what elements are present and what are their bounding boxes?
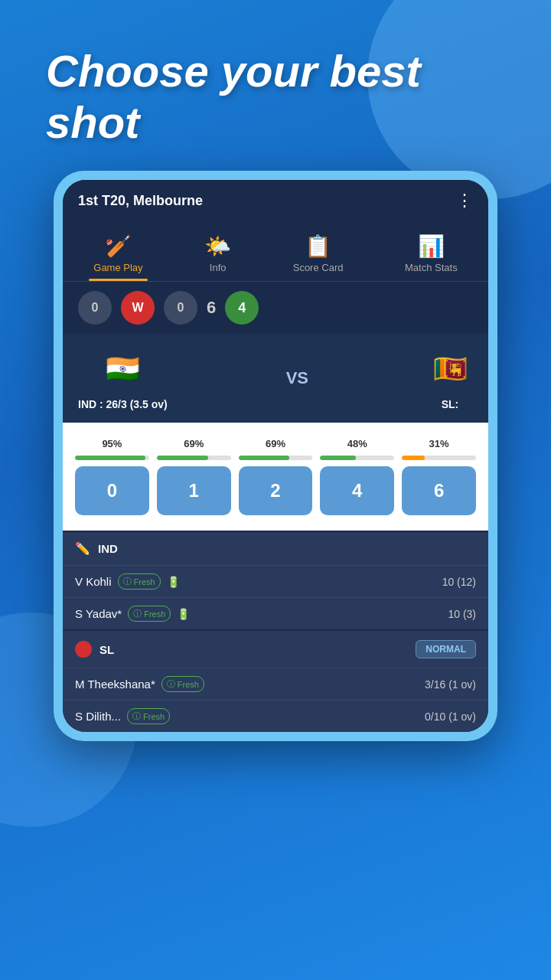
info-circle-icon: ⓘ: [123, 576, 132, 587]
info-label: Info: [210, 262, 227, 273]
sl-header: SL NORMAL: [63, 631, 488, 668]
yadav-name: S Yadav*: [75, 607, 122, 620]
dilith-left: S Dilith... ⓘ Fresh: [75, 708, 170, 724]
player-yadav: S Yadav* ⓘ Fresh 🔋 10 (3): [63, 597, 488, 629]
shot-bar-fill-4: [320, 456, 355, 460]
shot-bar-fill-2: [239, 456, 290, 460]
player-kohli: V Kohli ⓘ Fresh 🔋 10 (12): [63, 565, 488, 597]
shot-pct-6: 31%: [429, 438, 449, 449]
sl-label: SL: [99, 643, 114, 656]
yadav-score: 10 (3): [448, 608, 476, 620]
dilith-score: 0/10 (1 ov): [425, 710, 476, 723]
match-title: 1st T20, Melbourne: [78, 193, 203, 209]
player-theekshana: M Theekshana* ⓘ Fresh 3/16 (1 ov): [63, 668, 488, 700]
ball-w: W: [121, 291, 155, 325]
vs-text: VS: [286, 368, 308, 388]
info-circle-icon-3: ⓘ: [167, 678, 175, 690]
ball-tracker: 0 W 0 6 4: [63, 282, 488, 334]
home-flag: 🇮🇳: [99, 346, 145, 392]
scorecard-label: Score Card: [293, 262, 344, 273]
shot-bar-bg-4: [320, 456, 394, 460]
shot-btn-6[interactable]: 6: [402, 466, 476, 515]
shot-bar-fill-1: [157, 456, 208, 460]
shot-pct-2: 69%: [266, 438, 285, 449]
player-dilith: S Dilith... ⓘ Fresh 0/10 (1 ov): [63, 700, 488, 732]
shot-pct-0: 95%: [102, 438, 122, 449]
shot-section: 95% 0 69% 1 69%: [63, 423, 488, 531]
matchstats-icon: 📊: [418, 234, 445, 259]
shot-bar-bg-2: [239, 456, 313, 460]
team-home: 🇮🇳 IND : 26/3 (3.5 ov): [78, 346, 168, 410]
shot-col-1: 69% 1: [157, 438, 231, 515]
kohli-name: V Kohli: [75, 575, 112, 588]
ball-0-first: 0: [78, 291, 112, 325]
sl-dot: [75, 641, 92, 658]
theekshana-name: M Theekshana*: [75, 678, 155, 691]
shot-bar-fill-6: [402, 456, 425, 460]
more-icon[interactable]: ⋮: [456, 191, 473, 211]
sl-left: SL: [75, 641, 114, 658]
yadav-fresh: ⓘ Fresh: [128, 606, 171, 622]
shot-bar-bg-0: [75, 456, 149, 460]
shot-row: 95% 0 69% 1 69%: [75, 438, 476, 515]
tab-scorecard[interactable]: 📋 Score Card: [281, 227, 356, 281]
info-icon: 🌤️: [204, 234, 231, 259]
shot-btn-1[interactable]: 1: [157, 466, 231, 515]
shot-col-0: 95% 0: [75, 438, 149, 515]
yadav-battery: 🔋: [177, 608, 190, 620]
sl-section: SL NORMAL M Theekshana* ⓘ Fresh 3/16 (1 …: [63, 631, 488, 732]
kohli-left: V Kohli ⓘ Fresh 🔋: [75, 573, 180, 590]
shot-pct-4: 48%: [347, 438, 367, 449]
shot-col-4: 48% 4: [320, 438, 394, 515]
shot-bar-bg-6: [402, 456, 476, 460]
home-score: IND : 26/3 (3.5 ov): [78, 398, 168, 410]
ball-6: 6: [207, 298, 216, 318]
ind-section: ✏️ IND V Kohli ⓘ Fresh 🔋 10 (12) S Yadav…: [63, 532, 488, 629]
shot-btn-2[interactable]: 2: [239, 466, 313, 515]
yadav-left: S Yadav* ⓘ Fresh 🔋: [75, 606, 190, 622]
tab-bar: 🏏 Game Play 🌤️ Info 📋 Score Card 📊 Match…: [63, 221, 488, 282]
pencil-icon: ✏️: [75, 541, 90, 556]
team-away: 🇱🇰 SL:: [427, 346, 473, 410]
shot-col-2: 69% 2: [239, 438, 313, 515]
phone-frame: 1st T20, Melbourne ⋮ 🏏 Game Play 🌤️ Info…: [54, 171, 497, 741]
theekshana-left: M Theekshana* ⓘ Fresh: [75, 676, 204, 692]
ball-0-second: 0: [164, 291, 197, 325]
scorecard-icon: 📋: [305, 234, 331, 259]
tab-matchstats[interactable]: 📊 Match Stats: [393, 227, 470, 281]
tab-gameplay[interactable]: 🏏 Game Play: [81, 227, 155, 281]
phone-screen: 1st T20, Melbourne ⋮ 🏏 Game Play 🌤️ Info…: [63, 180, 488, 732]
kohli-battery: 🔋: [167, 576, 180, 588]
theekshana-score: 3/16 (1 ov): [425, 678, 476, 691]
normal-badge: NORMAL: [416, 640, 476, 658]
shot-btn-4[interactable]: 4: [320, 466, 394, 515]
dilith-name: S Dilith...: [75, 710, 121, 723]
dilith-fresh: ⓘ Fresh: [127, 708, 170, 724]
shot-bar-bg-1: [157, 456, 231, 460]
matchstats-label: Match Stats: [405, 262, 458, 273]
shot-col-6: 31% 6: [402, 438, 476, 515]
ind-label: IND: [98, 542, 118, 555]
shot-bar-fill-0: [75, 456, 145, 460]
away-flag: 🇱🇰: [427, 346, 473, 392]
kohli-fresh: ⓘ Fresh: [118, 573, 161, 590]
shot-btn-0[interactable]: 0: [75, 466, 149, 515]
info-circle-icon-2: ⓘ: [133, 608, 142, 619]
gameplay-icon: 🏏: [105, 234, 132, 259]
hero-title: Choose your best shot: [0, 0, 551, 171]
gameplay-label: Game Play: [93, 262, 142, 273]
ball-4-green: 4: [225, 291, 259, 325]
tab-info[interactable]: 🌤️ Info: [192, 227, 243, 281]
match-header: 1st T20, Melbourne ⋮: [63, 180, 488, 221]
theekshana-fresh: ⓘ Fresh: [161, 676, 204, 692]
shot-pct-1: 69%: [184, 438, 204, 449]
away-score: SL:: [442, 398, 459, 410]
info-circle-icon-4: ⓘ: [132, 710, 141, 722]
ind-header: ✏️ IND: [63, 532, 488, 565]
kohli-score: 10 (12): [442, 576, 476, 588]
teams-section: 🇮🇳 IND : 26/3 (3.5 ov) VS 🇱🇰 SL:: [63, 334, 488, 423]
